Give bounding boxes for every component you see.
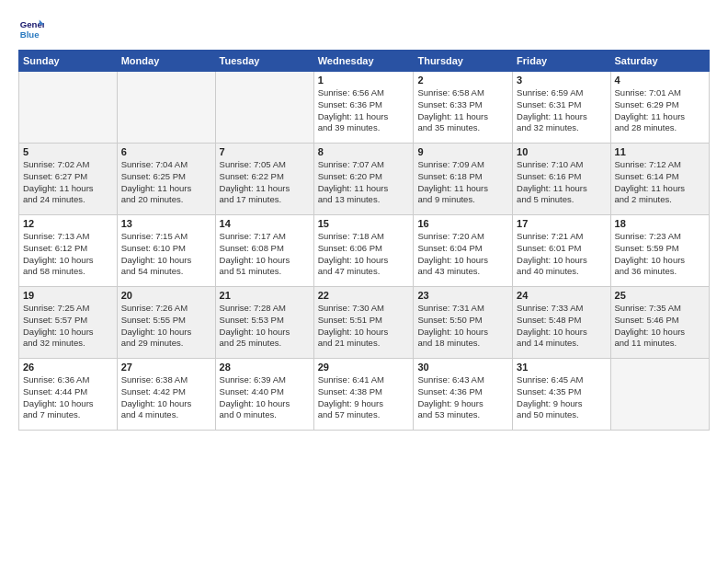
day-info: Sunrise: 7:07 AM Sunset: 6:20 PM Dayligh… (318, 159, 410, 206)
day-number: 1 (318, 75, 410, 86)
day-info: Sunrise: 6:36 AM Sunset: 4:44 PM Dayligh… (23, 374, 113, 421)
calendar-cell: 30Sunrise: 6:43 AM Sunset: 4:36 PM Dayli… (414, 359, 513, 431)
day-info: Sunrise: 7:23 AM Sunset: 5:59 PM Dayligh… (615, 231, 705, 278)
calendar-cell: 18Sunrise: 7:23 AM Sunset: 5:59 PM Dayli… (610, 215, 709, 287)
day-info: Sunrise: 7:15 AM Sunset: 6:10 PM Dayligh… (121, 231, 211, 278)
calendar-cell: 2Sunrise: 6:58 AM Sunset: 6:33 PM Daylig… (414, 72, 513, 144)
calendar-header-sunday: Sunday (19, 51, 118, 72)
day-info: Sunrise: 7:18 AM Sunset: 6:06 PM Dayligh… (318, 231, 410, 278)
day-number: 28 (220, 362, 310, 373)
calendar-cell: 28Sunrise: 6:39 AM Sunset: 4:40 PM Dayli… (215, 359, 313, 431)
logo: General Blue (18, 17, 48, 42)
calendar-header-thursday: Thursday (414, 51, 513, 72)
day-info: Sunrise: 7:20 AM Sunset: 6:04 PM Dayligh… (417, 231, 508, 278)
svg-text:Blue: Blue (20, 29, 40, 40)
calendar-cell: 21Sunrise: 7:28 AM Sunset: 5:53 PM Dayli… (215, 287, 313, 359)
calendar-cell: 15Sunrise: 7:18 AM Sunset: 6:06 PM Dayli… (313, 215, 414, 287)
day-info: Sunrise: 7:04 AM Sunset: 6:25 PM Dayligh… (121, 159, 211, 206)
day-info: Sunrise: 7:01 AM Sunset: 6:29 PM Dayligh… (615, 87, 705, 134)
day-number: 14 (220, 218, 310, 229)
calendar-header-monday: Monday (117, 51, 215, 72)
calendar-cell: 6Sunrise: 7:04 AM Sunset: 6:25 PM Daylig… (117, 144, 215, 215)
calendar-header-saturday: Saturday (610, 51, 709, 72)
day-number: 27 (121, 362, 211, 373)
calendar-cell: 25Sunrise: 7:35 AM Sunset: 5:46 PM Dayli… (610, 287, 709, 359)
day-number: 17 (517, 218, 606, 229)
calendar-cell (215, 72, 313, 144)
day-number: 20 (121, 290, 211, 301)
day-number: 16 (417, 218, 508, 229)
calendar-cell (117, 72, 215, 144)
day-number: 25 (615, 290, 705, 301)
day-number: 6 (121, 146, 211, 157)
calendar-cell: 16Sunrise: 7:20 AM Sunset: 6:04 PM Dayli… (414, 215, 513, 287)
calendar-cell: 17Sunrise: 7:21 AM Sunset: 6:01 PM Dayli… (513, 215, 610, 287)
day-info: Sunrise: 7:28 AM Sunset: 5:53 PM Dayligh… (220, 303, 310, 350)
logo-icon: General Blue (18, 17, 44, 42)
header: General Blue (18, 17, 710, 42)
day-number: 10 (517, 146, 606, 157)
calendar-cell: 14Sunrise: 7:17 AM Sunset: 6:08 PM Dayli… (215, 215, 313, 287)
calendar-cell: 9Sunrise: 7:09 AM Sunset: 6:18 PM Daylig… (414, 144, 513, 215)
calendar-cell (19, 72, 118, 144)
calendar: SundayMondayTuesdayWednesdayThursdayFrid… (18, 50, 710, 431)
calendar-cell: 24Sunrise: 7:33 AM Sunset: 5:48 PM Dayli… (513, 287, 610, 359)
day-number: 26 (23, 362, 113, 373)
day-info: Sunrise: 7:09 AM Sunset: 6:18 PM Dayligh… (417, 159, 508, 206)
day-info: Sunrise: 7:05 AM Sunset: 6:22 PM Dayligh… (220, 159, 310, 206)
day-info: Sunrise: 7:30 AM Sunset: 5:51 PM Dayligh… (318, 303, 410, 350)
day-info: Sunrise: 7:25 AM Sunset: 5:57 PM Dayligh… (23, 303, 113, 350)
day-info: Sunrise: 6:56 AM Sunset: 6:36 PM Dayligh… (318, 87, 410, 134)
day-number: 9 (417, 146, 508, 157)
day-number: 30 (417, 362, 508, 373)
day-number: 11 (615, 146, 705, 157)
calendar-week-row: 12Sunrise: 7:13 AM Sunset: 6:12 PM Dayli… (19, 215, 710, 287)
calendar-cell: 12Sunrise: 7:13 AM Sunset: 6:12 PM Dayli… (19, 215, 118, 287)
calendar-week-row: 19Sunrise: 7:25 AM Sunset: 5:57 PM Dayli… (19, 287, 710, 359)
calendar-header-friday: Friday (513, 51, 610, 72)
calendar-week-row: 1Sunrise: 6:56 AM Sunset: 6:36 PM Daylig… (19, 72, 710, 144)
day-info: Sunrise: 7:21 AM Sunset: 6:01 PM Dayligh… (517, 231, 606, 278)
day-info: Sunrise: 7:02 AM Sunset: 6:27 PM Dayligh… (23, 159, 113, 206)
day-number: 13 (121, 218, 211, 229)
day-number: 4 (615, 75, 705, 86)
day-info: Sunrise: 6:38 AM Sunset: 4:42 PM Dayligh… (121, 374, 211, 421)
day-number: 2 (417, 75, 508, 86)
calendar-cell: 22Sunrise: 7:30 AM Sunset: 5:51 PM Dayli… (313, 287, 414, 359)
calendar-week-row: 26Sunrise: 6:36 AM Sunset: 4:44 PM Dayli… (19, 359, 710, 431)
calendar-cell: 20Sunrise: 7:26 AM Sunset: 5:55 PM Dayli… (117, 287, 215, 359)
day-number: 18 (615, 218, 705, 229)
day-number: 19 (23, 290, 113, 301)
calendar-cell: 27Sunrise: 6:38 AM Sunset: 4:42 PM Dayli… (117, 359, 215, 431)
day-info: Sunrise: 7:17 AM Sunset: 6:08 PM Dayligh… (220, 231, 310, 278)
calendar-cell: 7Sunrise: 7:05 AM Sunset: 6:22 PM Daylig… (215, 144, 313, 215)
day-number: 3 (517, 75, 606, 86)
day-info: Sunrise: 6:58 AM Sunset: 6:33 PM Dayligh… (417, 87, 508, 134)
calendar-cell: 5Sunrise: 7:02 AM Sunset: 6:27 PM Daylig… (19, 144, 118, 215)
day-info: Sunrise: 7:33 AM Sunset: 5:48 PM Dayligh… (517, 303, 606, 350)
day-info: Sunrise: 7:26 AM Sunset: 5:55 PM Dayligh… (121, 303, 211, 350)
calendar-cell: 31Sunrise: 6:45 AM Sunset: 4:35 PM Dayli… (513, 359, 610, 431)
day-number: 8 (318, 146, 410, 157)
calendar-cell: 19Sunrise: 7:25 AM Sunset: 5:57 PM Dayli… (19, 287, 118, 359)
day-info: Sunrise: 7:10 AM Sunset: 6:16 PM Dayligh… (517, 159, 606, 206)
day-info: Sunrise: 7:13 AM Sunset: 6:12 PM Dayligh… (23, 231, 113, 278)
calendar-cell: 4Sunrise: 7:01 AM Sunset: 6:29 PM Daylig… (610, 72, 709, 144)
calendar-cell: 10Sunrise: 7:10 AM Sunset: 6:16 PM Dayli… (513, 144, 610, 215)
calendar-header-wednesday: Wednesday (313, 51, 414, 72)
day-number: 15 (318, 218, 410, 229)
calendar-cell: 29Sunrise: 6:41 AM Sunset: 4:38 PM Dayli… (313, 359, 414, 431)
calendar-header-tuesday: Tuesday (215, 51, 313, 72)
day-info: Sunrise: 6:45 AM Sunset: 4:35 PM Dayligh… (517, 374, 606, 421)
calendar-cell: 26Sunrise: 6:36 AM Sunset: 4:44 PM Dayli… (19, 359, 118, 431)
day-number: 24 (517, 290, 606, 301)
day-info: Sunrise: 7:12 AM Sunset: 6:14 PM Dayligh… (615, 159, 705, 206)
day-number: 21 (220, 290, 310, 301)
calendar-cell: 1Sunrise: 6:56 AM Sunset: 6:36 PM Daylig… (313, 72, 414, 144)
day-info: Sunrise: 6:39 AM Sunset: 4:40 PM Dayligh… (220, 374, 310, 421)
day-info: Sunrise: 6:59 AM Sunset: 6:31 PM Dayligh… (517, 87, 606, 134)
day-info: Sunrise: 6:43 AM Sunset: 4:36 PM Dayligh… (417, 374, 508, 421)
calendar-cell: 3Sunrise: 6:59 AM Sunset: 6:31 PM Daylig… (513, 72, 610, 144)
calendar-cell: 11Sunrise: 7:12 AM Sunset: 6:14 PM Dayli… (610, 144, 709, 215)
day-info: Sunrise: 7:31 AM Sunset: 5:50 PM Dayligh… (417, 303, 508, 350)
